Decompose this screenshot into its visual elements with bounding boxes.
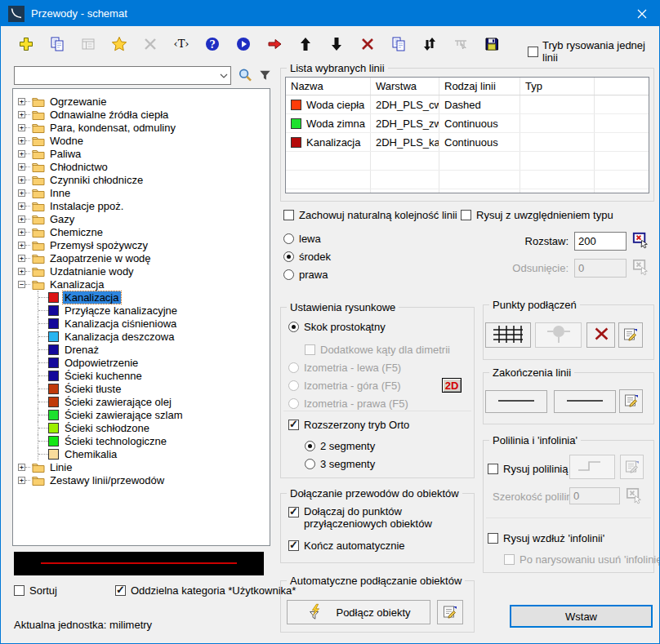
extended-ortho-checkbox[interactable]: Rozszerzony tryb Orto (288, 419, 409, 431)
move-up-icon[interactable] (297, 35, 314, 53)
expand-icon[interactable]: + (18, 137, 25, 144)
delete-icon[interactable] (359, 35, 377, 53)
align-center-radio[interactable]: środek (283, 251, 331, 263)
column-header[interactable]: Rodzaj linii (439, 78, 520, 95)
checkbox-box[interactable] (461, 210, 471, 220)
remove-points-button[interactable] (586, 322, 615, 348)
radio-circle[interactable] (283, 251, 294, 262)
radio-circle[interactable] (283, 233, 294, 244)
tree-item[interactable]: Ścieki zawierające szlam (13, 408, 270, 421)
separate-category-checkbox[interactable]: Oddzielna kategoria *Użytkownika* (115, 584, 296, 597)
expand-icon[interactable]: + (18, 242, 25, 249)
column-header[interactable]: Typ (520, 78, 595, 95)
grid-points-button[interactable] (485, 322, 531, 348)
tree-item[interactable]: +Chemiczne (13, 225, 270, 238)
tree-item[interactable]: +Instalacje ppoż. (13, 199, 270, 212)
segments-2-radio[interactable]: 2 segmenty (305, 440, 375, 452)
tree-item[interactable]: Kanalizacja (13, 291, 270, 304)
table-row[interactable]: Woda ciepła2DH_PLS_cwDashed (286, 95, 649, 114)
checkbox-box[interactable] (288, 540, 299, 551)
insert-button[interactable]: Wstaw (510, 605, 653, 628)
radio-circle[interactable] (305, 459, 315, 469)
expand-icon[interactable]: + (18, 111, 25, 118)
tree-item[interactable]: Kanalizacja ciśnieniowa (13, 317, 270, 330)
search-combobox[interactable] (14, 66, 231, 85)
tree-item[interactable]: Ścieki zawierające olej (13, 395, 270, 408)
category-tree[interactable]: +Ogrzewanie+Odnawialne źródła ciepła+Par… (12, 88, 270, 546)
tree-item[interactable]: Przyłącze kanalizacyjne (13, 304, 270, 317)
swap-order-icon[interactable] (421, 35, 439, 53)
favorite-star-icon[interactable] (110, 35, 128, 53)
checkbox-box[interactable] (528, 47, 538, 57)
checkbox-box[interactable] (283, 210, 294, 220)
run-icon[interactable] (234, 35, 252, 53)
tree-item[interactable]: Ścieki kuchenne (13, 369, 270, 382)
expand-icon[interactable]: + (18, 189, 25, 197)
checkbox-box[interactable] (288, 507, 299, 517)
expand-icon[interactable]: + (18, 202, 25, 210)
move-down-icon[interactable] (328, 35, 346, 53)
tree-item[interactable]: +Wodne (13, 134, 270, 147)
pick-spacing-icon[interactable] (632, 232, 650, 250)
text-format-icon[interactable]: ‹T› (172, 35, 190, 53)
line-start-style-button[interactable] (485, 390, 547, 413)
auto-end-checkbox[interactable]: Kończ automatycznie (288, 540, 405, 552)
close-icon[interactable] (625, 1, 659, 26)
expand-icon[interactable]: + (18, 176, 25, 184)
selected-lines-table[interactable]: NazwaWarstwaRodzaj liniiTypWoda ciepła2D… (285, 77, 649, 193)
align-right-radio[interactable]: prawa (283, 269, 328, 281)
tree-item[interactable]: Ścieki tłuste (13, 382, 270, 395)
tree-item[interactable]: +Chłodnictwo (13, 160, 270, 173)
draw-along-infoline-checkbox[interactable]: Rysuj wzdłuż 'infolinii' (488, 532, 604, 544)
connect-objects-button[interactable]: Podłącz obiekty (287, 600, 430, 624)
points-properties-button[interactable] (618, 322, 643, 348)
sort-checkbox[interactable]: Sortuj (14, 584, 57, 597)
radio-circle[interactable] (288, 322, 299, 332)
tree-item[interactable]: Ścieki technologiczne (13, 434, 270, 447)
expand-icon[interactable]: + (18, 464, 25, 471)
expand-icon[interactable]: + (18, 229, 25, 236)
tree-item[interactable]: +Linie (13, 460, 270, 473)
transfer-right-icon[interactable] (265, 35, 283, 53)
search-input[interactable] (15, 68, 217, 83)
line-end-style-button[interactable] (554, 390, 616, 413)
help-icon[interactable]: ? (203, 35, 221, 53)
expand-icon[interactable]: + (18, 477, 25, 484)
keep-order-checkbox[interactable]: Zachowuj naturalną kolejność linii (283, 209, 457, 221)
column-header[interactable] (595, 78, 649, 95)
ortho-step-radio[interactable]: Skok prostokątny (288, 321, 386, 333)
add-icon[interactable] (17, 35, 35, 53)
tree-item[interactable]: +Ogrzewanie (13, 95, 270, 108)
expand-icon[interactable]: + (18, 98, 25, 105)
spacing-input[interactable] (574, 232, 627, 251)
tree-item[interactable]: +Czynniki chłodnicze (13, 173, 270, 186)
column-header[interactable]: Nazwa (286, 78, 371, 95)
table-row[interactable]: Kanalizacja2DH_PLS_kanContinuous (286, 133, 649, 152)
tree-item[interactable]: +Para, kondensat, odmuliny (13, 121, 270, 134)
expand-icon[interactable]: + (18, 124, 25, 131)
tree-item[interactable]: +Inne (13, 186, 270, 199)
attach-points-checkbox[interactable]: Dołączaj do punktów przyłączeniowych obi… (288, 506, 464, 531)
copy-icon[interactable] (48, 35, 66, 53)
expand-icon[interactable]: + (18, 215, 25, 223)
tree-item[interactable]: Chemikalia (13, 447, 270, 460)
draw-with-type-checkbox[interactable]: Rysuj z uwzględnieniem typu (461, 209, 613, 221)
tree-item[interactable]: Kanalizacja deszczowa (13, 330, 270, 343)
radio-circle[interactable] (305, 441, 315, 451)
endings-properties-button[interactable] (619, 389, 643, 413)
expand-icon[interactable]: + (18, 150, 25, 158)
tree-item[interactable]: Drenaż (13, 343, 270, 356)
checkbox-box[interactable] (14, 585, 25, 596)
chevron-down-icon[interactable] (217, 73, 230, 78)
checkbox-box[interactable] (488, 533, 498, 544)
checkbox-box[interactable] (115, 585, 126, 596)
expand-icon[interactable]: + (18, 268, 25, 275)
duplicate-icon[interactable] (390, 35, 408, 53)
expand-icon[interactable]: + (18, 163, 25, 171)
tree-item[interactable]: +Paliwa (13, 147, 270, 160)
draw-polyline-checkbox[interactable]: Rysuj polilinią (488, 463, 568, 475)
tree-item[interactable]: Ścieki schłodzone (13, 421, 270, 434)
single-line-mode-checkbox[interactable]: Tryb rysowania jednej linii (528, 39, 659, 64)
tree-item[interactable]: +Przemysł spożywczy (13, 238, 270, 251)
filter-icon[interactable] (257, 68, 273, 86)
